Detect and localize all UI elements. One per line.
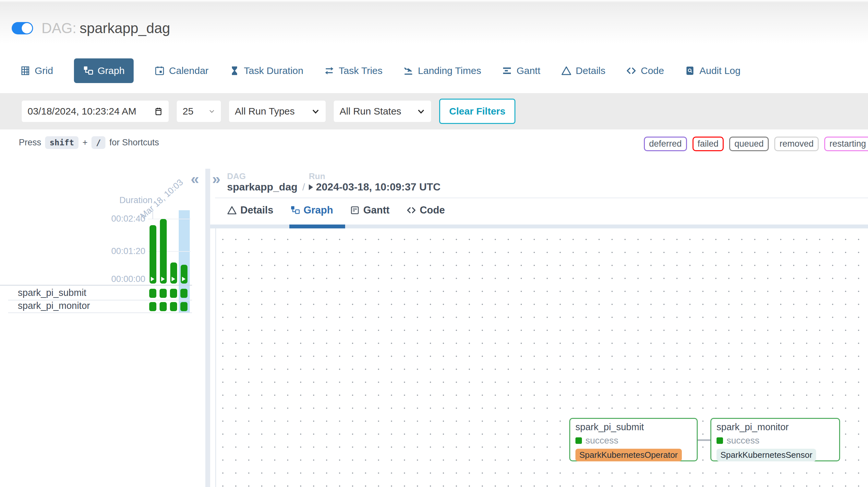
dag-graph-canvas[interactable]: spark_pi_submit success SparkKubernetesO… xyxy=(215,229,868,487)
operator-badge: SparkKubernetesOperator xyxy=(576,449,682,461)
tab-details[interactable]: Details xyxy=(561,65,606,76)
row-separator xyxy=(0,285,192,285)
tab-code[interactable]: Code xyxy=(626,65,664,76)
node-status: success xyxy=(716,435,834,446)
grid-icon xyxy=(20,65,30,76)
legend-failed[interactable]: failed xyxy=(692,136,724,151)
gantt-doc-icon xyxy=(350,205,360,215)
legend-deferred[interactable]: deferred xyxy=(644,136,687,151)
task-label-monitor[interactable]: spark_pi_monitor xyxy=(18,300,90,311)
task-instance-square[interactable] xyxy=(180,289,187,298)
active-tab-underline xyxy=(289,224,345,229)
panel-divider[interactable] xyxy=(205,169,210,487)
run-tab-gantt[interactable]: Gantt xyxy=(350,204,390,216)
breadcrumb: sparkapp_dag / xyxy=(227,181,305,193)
legend-restarting[interactable]: restarting xyxy=(824,136,868,151)
run-types-value: All Run Types xyxy=(235,106,295,117)
task-instance-square[interactable] xyxy=(160,302,167,311)
row-separator xyxy=(8,312,192,313)
run-tab-details[interactable]: Details xyxy=(227,204,273,216)
success-state-icon xyxy=(716,437,723,444)
run-tab-label: Code xyxy=(420,204,445,216)
run-triangle-icon[interactable] xyxy=(309,184,313,190)
page-size-value: 25 xyxy=(183,106,193,117)
breadcrumb-dag-name[interactable]: sparkapp_dag xyxy=(227,181,298,193)
tab-task-duration[interactable]: Task Duration xyxy=(229,65,303,76)
page-title: DAG:sparkapp_dag xyxy=(41,20,170,36)
tab-landing-times[interactable]: Landing Times xyxy=(403,65,481,76)
duration-bar-run4[interactable] xyxy=(181,265,187,283)
task-label-submit[interactable]: spark_pi_submit xyxy=(18,287,86,298)
date-value: 03/18/2024, 10:23:24 AM xyxy=(28,106,136,117)
clear-filters-button[interactable]: Clear Filters xyxy=(439,99,516,124)
tab-label: Graph xyxy=(98,65,125,76)
calendar-picker-icon[interactable] xyxy=(154,107,163,116)
breadcrumb-run-label: Run xyxy=(309,171,326,181)
legend-removed[interactable]: removed xyxy=(774,136,819,151)
tab-calendar[interactable]: Calendar xyxy=(154,65,209,76)
breadcrumb-run-value[interactable]: 2024-03-18, 10:09:37 UTC xyxy=(316,181,440,193)
state-legend: deferred failed queued removed restartin… xyxy=(644,136,868,151)
tab-audit-log[interactable]: Audit Log xyxy=(685,65,741,76)
run-tab-label: Details xyxy=(240,204,273,216)
run-date-input[interactable]: 03/18/2024, 10:23:24 AM xyxy=(22,100,169,122)
toggle-knob xyxy=(22,23,32,33)
y-tick: 00:02:40 xyxy=(107,214,145,224)
run-tab-code[interactable]: Code xyxy=(406,204,445,216)
run-states-select[interactable]: All Run States xyxy=(334,100,431,122)
duration-bar-run1[interactable] xyxy=(150,225,156,283)
dag-pause-toggle[interactable] xyxy=(12,22,33,34)
node-title: spark_pi_submit xyxy=(576,422,691,432)
code-icon xyxy=(626,65,637,76)
slash-key: / xyxy=(91,136,105,149)
tab-gantt[interactable]: Gantt xyxy=(502,65,540,76)
task-instance-square[interactable] xyxy=(149,302,156,311)
collapse-panel-icon[interactable]: « xyxy=(191,171,199,186)
task-instance-square[interactable] xyxy=(149,289,156,298)
tab-label: Landing Times xyxy=(418,65,481,76)
legend-queued[interactable]: queued xyxy=(729,136,769,151)
shortcut-text: Press xyxy=(19,138,41,148)
expand-panel-icon[interactable]: » xyxy=(212,171,221,186)
run-detail-tabs: Details Graph Gantt Code xyxy=(227,204,445,216)
tab-label: Audit Log xyxy=(699,65,741,76)
task-instance-square[interactable] xyxy=(170,289,177,298)
success-state-icon xyxy=(576,437,582,444)
dag-view-tabs: Grid Graph Calendar Task Duration Task T… xyxy=(20,56,741,86)
audit-log-icon xyxy=(685,65,695,76)
page-size-select[interactable]: 25 xyxy=(177,100,221,122)
y-tick: 00:01:20 xyxy=(107,246,145,256)
node-title: spark_pi_monitor xyxy=(716,422,834,432)
task-instance-square[interactable] xyxy=(180,302,187,311)
chevron-down-icon xyxy=(209,108,215,115)
tab-grid[interactable]: Grid xyxy=(20,65,53,76)
tab-label: Code xyxy=(641,65,664,76)
axis-tick xyxy=(152,209,153,219)
code-icon xyxy=(406,205,416,215)
tab-graph[interactable]: Graph xyxy=(74,58,134,83)
duration-axis-label: Duration xyxy=(119,195,152,205)
run-tab-label: Graph xyxy=(304,204,333,216)
operator-badge: SparkKubernetesSensor xyxy=(716,449,816,461)
breadcrumb-run: 2024-03-18, 10:09:37 UTC xyxy=(309,181,440,193)
tab-task-tries[interactable]: Task Tries xyxy=(324,65,382,76)
task-node-spark-pi-submit[interactable]: spark_pi_submit success SparkKubernetesO… xyxy=(569,418,698,461)
task-node-spark-pi-monitor[interactable]: spark_pi_monitor success SparkKubernetes… xyxy=(710,418,840,461)
dag-name: sparkapp_dag xyxy=(80,20,170,36)
calendar-icon xyxy=(154,65,165,76)
shortcut-text: for Shortcuts xyxy=(109,138,159,148)
task-instance-square[interactable] xyxy=(170,302,177,311)
duration-bar-run2[interactable] xyxy=(160,219,167,283)
duration-bar-run3[interactable] xyxy=(170,263,177,283)
warning-triangle-icon xyxy=(561,65,571,76)
graph-icon xyxy=(290,205,300,215)
play-icon xyxy=(151,277,154,281)
shortcut-joiner: + xyxy=(83,138,88,148)
gantt-icon xyxy=(502,65,512,76)
task-instance-square[interactable] xyxy=(160,289,167,298)
run-types-select[interactable]: All Run Types xyxy=(229,100,326,122)
y-tick: 00:00:00 xyxy=(107,274,145,284)
run-tab-label: Gantt xyxy=(363,204,390,216)
shift-key: shift xyxy=(45,136,79,149)
run-tab-graph[interactable]: Graph xyxy=(290,204,333,216)
